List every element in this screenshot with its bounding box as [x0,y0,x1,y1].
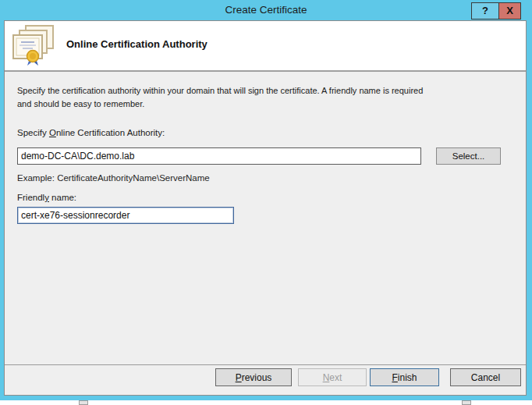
friendly-name-input[interactable] [17,207,234,224]
titlebar[interactable]: Create Certificate ? X [0,0,532,21]
titlebar-buttons: ? X [471,2,521,20]
wizard-header: Online Certification Authority [5,21,526,70]
background-artifact [462,400,471,405]
cancel-button[interactable]: Cancel [450,368,521,386]
screen: Create Certificate ? X [0,0,532,405]
previous-button[interactable]: Previous [215,368,292,386]
description-line1: Specify the certification authority with… [17,86,423,95]
ca-input[interactable] [17,147,421,165]
dialog-body: Online Certification Authority Specify t… [5,21,526,395]
select-button[interactable]: Select... [436,147,501,165]
page-title: Online Certification Authority [66,38,207,50]
window-title: Create Certificate [0,4,532,16]
finish-button[interactable]: Finish [370,368,439,386]
friendly-name-label: Friendly name: [17,193,76,202]
ca-field-label: Specify Online Certification Authority: [17,128,165,137]
wizard-content: Specify the certification authority with… [5,72,526,395]
description-line2: and should be easy to remember. [17,99,144,108]
create-certificate-dialog: Create Certificate ? X [0,0,532,400]
next-button: Next [298,368,367,386]
background-artifact [79,400,88,405]
example-text: Example: CertificateAuthorityName\Server… [17,173,210,183]
help-button[interactable]: ? [471,2,498,20]
close-button[interactable]: X [498,2,521,20]
certificates-icon [11,24,56,68]
footer-divider [5,364,526,365]
